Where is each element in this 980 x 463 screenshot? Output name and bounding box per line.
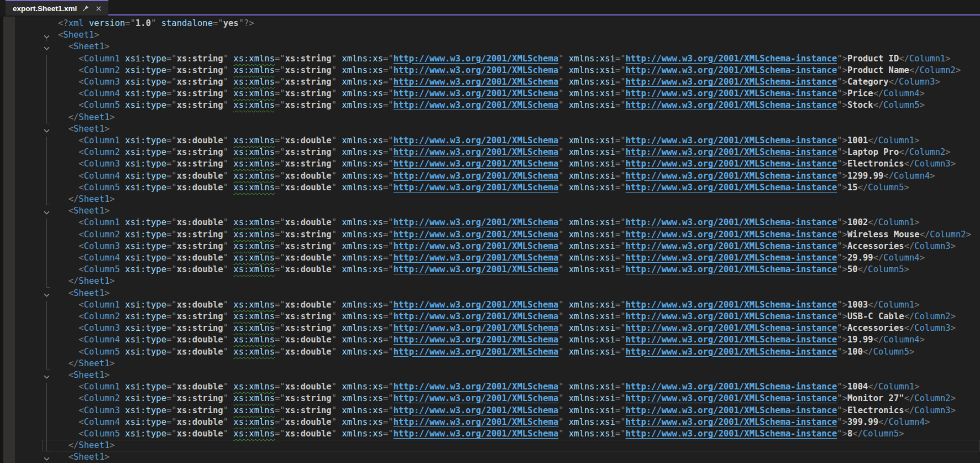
schema-url-link[interactable]: http://www.w3.org/2001/XMLSchema-instanc… bbox=[626, 89, 837, 98]
code-line[interactable]: <Column5 xsi:type="xs:double" xs:xmlns="… bbox=[0, 428, 980, 440]
code-line[interactable]: <Column5 xsi:type="xs:double" xs:xmlns="… bbox=[0, 264, 980, 275]
schema-url-link[interactable]: http://www.w3.org/2001/XMLSchema-instanc… bbox=[626, 100, 837, 110]
schema-url-link[interactable]: http://www.w3.org/2001/XMLSchema bbox=[394, 100, 559, 110]
schema-url-link[interactable]: http://www.w3.org/2001/XMLSchema bbox=[394, 347, 559, 357]
code-line[interactable]: <Column3 xsi:type="xs:string" xs:xmlns="… bbox=[0, 322, 980, 334]
code-line[interactable]: <Column2 xsi:type="xs:string" xs:xmlns="… bbox=[0, 311, 980, 322]
schema-url-link[interactable]: http://www.w3.org/2001/XMLSchema bbox=[394, 159, 559, 169]
schema-url-link[interactable]: http://www.w3.org/2001/XMLSchema bbox=[394, 429, 559, 439]
code-line[interactable]: <Column3 xsi:type="xs:string" xs:xmlns="… bbox=[0, 76, 980, 88]
schema-url-link[interactable]: http://www.w3.org/2001/XMLSchema-instanc… bbox=[626, 230, 837, 240]
code-line[interactable]: <Sheet1> bbox=[0, 370, 980, 381]
schema-url-link[interactable]: http://www.w3.org/2001/XMLSchema-instanc… bbox=[626, 171, 837, 181]
code-line[interactable]: <Column1 xsi:type="xs:double" xs:xmlns="… bbox=[0, 217, 980, 228]
editor-area[interactable]: <?xml version="1.0" standalone="yes"?><S… bbox=[0, 17, 980, 463]
schema-url-link[interactable]: http://www.w3.org/2001/XMLSchema bbox=[394, 183, 559, 193]
schema-url-link[interactable]: http://www.w3.org/2001/XMLSchema-instanc… bbox=[626, 417, 837, 427]
fold-chevron-icon[interactable] bbox=[43, 32, 51, 40]
schema-url-link[interactable]: http://www.w3.org/2001/XMLSchema-instanc… bbox=[626, 300, 837, 310]
schema-url-link[interactable]: http://www.w3.org/2001/XMLSchema-instanc… bbox=[626, 335, 837, 345]
code-line[interactable]: <Sheet1> bbox=[0, 451, 980, 463]
code-line[interactable]: <Sheet1> bbox=[0, 41, 980, 53]
code-line[interactable]: <Column2 xsi:type="xs:string" xs:xmlns="… bbox=[0, 65, 980, 76]
schema-url-link[interactable]: http://www.w3.org/2001/XMLSchema bbox=[394, 311, 559, 321]
tab-export-sheet1-xml[interactable]: export.Sheet1.xml bbox=[6, 0, 108, 15]
code-line[interactable]: </Sheet1> bbox=[0, 112, 980, 123]
schema-url-link[interactable]: http://www.w3.org/2001/XMLSchema-instanc… bbox=[626, 183, 837, 193]
schema-url-link[interactable]: http://www.w3.org/2001/XMLSchema-instanc… bbox=[626, 429, 837, 439]
schema-url-link[interactable]: http://www.w3.org/2001/XMLSchema bbox=[394, 405, 559, 415]
schema-url-link[interactable]: http://www.w3.org/2001/XMLSchema bbox=[394, 382, 559, 392]
schema-url-link[interactable]: http://www.w3.org/2001/XMLSchema-instanc… bbox=[626, 382, 837, 392]
code-line[interactable]: <Sheet1> bbox=[0, 205, 980, 217]
code-line[interactable]: <Column4 xsi:type="xs:double" xs:xmlns="… bbox=[0, 334, 980, 346]
fold-chevron-icon[interactable] bbox=[43, 372, 51, 380]
code-line[interactable]: <Column2 xsi:type="xs:string" xs:xmlns="… bbox=[0, 393, 980, 404]
code-line[interactable]: <Column1 xsi:type="xs:double" xs:xmlns="… bbox=[0, 381, 980, 393]
code-line[interactable]: <Column3 xsi:type="xs:string" xs:xmlns="… bbox=[0, 405, 980, 417]
fold-chevron-icon[interactable] bbox=[43, 208, 51, 216]
code-line[interactable]: <Column1 xsi:type="xs:double" xs:xmlns="… bbox=[0, 135, 980, 147]
code-line[interactable]: <Column5 xsi:type="xs:double" xs:xmlns="… bbox=[0, 346, 980, 358]
schema-url-link[interactable]: http://www.w3.org/2001/XMLSchema bbox=[394, 147, 559, 157]
schema-url-link[interactable]: http://www.w3.org/2001/XMLSchema bbox=[394, 217, 559, 227]
schema-url-link[interactable]: http://www.w3.org/2001/XMLSchema bbox=[394, 335, 559, 345]
code-line[interactable]: </Sheet1> bbox=[0, 358, 980, 370]
schema-url-link[interactable]: http://www.w3.org/2001/XMLSchema-instanc… bbox=[626, 54, 837, 64]
schema-url-link[interactable]: http://www.w3.org/2001/XMLSchema bbox=[394, 253, 559, 263]
schema-url-link[interactable]: http://www.w3.org/2001/XMLSchema-instanc… bbox=[626, 347, 837, 357]
schema-url-link[interactable]: http://www.w3.org/2001/XMLSchema-instanc… bbox=[626, 264, 837, 274]
code-line[interactable]: </Sheet1> bbox=[0, 194, 980, 205]
schema-url-link[interactable]: http://www.w3.org/2001/XMLSchema bbox=[394, 264, 559, 274]
tab-bar: export.Sheet1.xml bbox=[0, 0, 980, 17]
code-line[interactable]: <Column5 xsi:type="xs:double" xs:xmlns="… bbox=[0, 182, 980, 194]
schema-url-link[interactable]: http://www.w3.org/2001/XMLSchema-instanc… bbox=[626, 241, 837, 251]
schema-url-link[interactable]: http://www.w3.org/2001/XMLSchema-instanc… bbox=[626, 65, 837, 75]
code-line[interactable]: <Column2 xsi:type="xs:string" xs:xmlns="… bbox=[0, 229, 980, 241]
schema-url-link[interactable]: http://www.w3.org/2001/XMLSchema bbox=[394, 417, 559, 427]
code-line[interactable]: <Column1 xsi:type="xs:double" xs:xmlns="… bbox=[0, 299, 980, 311]
fold-chevron-icon[interactable] bbox=[43, 290, 51, 298]
schema-url-link[interactable]: http://www.w3.org/2001/XMLSchema-instanc… bbox=[626, 253, 837, 263]
schema-url-link[interactable]: http://www.w3.org/2001/XMLSchema bbox=[394, 54, 559, 64]
pin-icon[interactable] bbox=[81, 4, 90, 13]
code-line[interactable]: <Sheet1> bbox=[0, 288, 980, 299]
schema-url-link[interactable]: http://www.w3.org/2001/XMLSchema-instanc… bbox=[626, 77, 837, 87]
schema-url-link[interactable]: http://www.w3.org/2001/XMLSchema bbox=[394, 323, 559, 333]
schema-url-link[interactable]: http://www.w3.org/2001/XMLSchema bbox=[394, 65, 559, 75]
code-line[interactable]: </Sheet1> bbox=[0, 440, 980, 451]
code-line[interactable]: <Column4 xsi:type="xs:double" xs:xmlns="… bbox=[0, 417, 980, 428]
code-line[interactable]: <Column1 xsi:type="xs:string" xs:xmlns="… bbox=[0, 53, 980, 65]
schema-url-link[interactable]: http://www.w3.org/2001/XMLSchema bbox=[394, 89, 559, 98]
schema-url-link[interactable]: http://www.w3.org/2001/XMLSchema-instanc… bbox=[626, 393, 837, 403]
schema-url-link[interactable]: http://www.w3.org/2001/XMLSchema-instanc… bbox=[626, 159, 837, 169]
code-line[interactable]: <Column3 xsi:type="xs:string" xs:xmlns="… bbox=[0, 241, 980, 252]
schema-url-link[interactable]: http://www.w3.org/2001/XMLSchema bbox=[394, 136, 559, 145]
schema-url-link[interactable]: http://www.w3.org/2001/XMLSchema bbox=[394, 393, 559, 403]
schema-url-link[interactable]: http://www.w3.org/2001/XMLSchema-instanc… bbox=[626, 405, 837, 415]
schema-url-link[interactable]: http://www.w3.org/2001/XMLSchema bbox=[394, 230, 559, 240]
schema-url-link[interactable]: http://www.w3.org/2001/XMLSchema-instanc… bbox=[626, 147, 837, 157]
code-line[interactable]: <Column3 xsi:type="xs:string" xs:xmlns="… bbox=[0, 158, 980, 170]
code-line[interactable]: <Column4 xsi:type="xs:double" xs:xmlns="… bbox=[0, 252, 980, 264]
close-icon[interactable] bbox=[94, 4, 103, 13]
code-line[interactable]: <Column4 xsi:type="xs:string" xs:xmlns="… bbox=[0, 88, 980, 100]
schema-url-link[interactable]: http://www.w3.org/2001/XMLSchema bbox=[394, 241, 559, 251]
schema-url-link[interactable]: http://www.w3.org/2001/XMLSchema bbox=[394, 171, 559, 181]
schema-url-link[interactable]: http://www.w3.org/2001/XMLSchema-instanc… bbox=[626, 136, 837, 145]
fold-chevron-icon[interactable] bbox=[43, 44, 51, 51]
code-line[interactable]: <Column4 xsi:type="xs:double" xs:xmlns="… bbox=[0, 170, 980, 182]
schema-url-link[interactable]: http://www.w3.org/2001/XMLSchema-instanc… bbox=[626, 323, 837, 333]
schema-url-link[interactable]: http://www.w3.org/2001/XMLSchema-instanc… bbox=[626, 311, 837, 321]
code-line[interactable]: <Sheet1> bbox=[0, 29, 980, 41]
schema-url-link[interactable]: http://www.w3.org/2001/XMLSchema bbox=[394, 77, 559, 87]
fold-chevron-icon[interactable] bbox=[43, 454, 51, 462]
code-line[interactable]: <Column2 xsi:type="xs:string" xs:xmlns="… bbox=[0, 147, 980, 158]
schema-url-link[interactable]: http://www.w3.org/2001/XMLSchema bbox=[394, 300, 559, 310]
code-line[interactable]: <Sheet1> bbox=[0, 123, 980, 135]
code-line[interactable]: <?xml version="1.0" standalone="yes"?> bbox=[0, 18, 980, 29]
code-line[interactable]: <Column5 xsi:type="xs:string" xs:xmlns="… bbox=[0, 100, 980, 111]
code-line[interactable]: </Sheet1> bbox=[0, 275, 980, 287]
schema-url-link[interactable]: http://www.w3.org/2001/XMLSchema-instanc… bbox=[626, 217, 837, 227]
fold-chevron-icon[interactable] bbox=[43, 126, 51, 134]
